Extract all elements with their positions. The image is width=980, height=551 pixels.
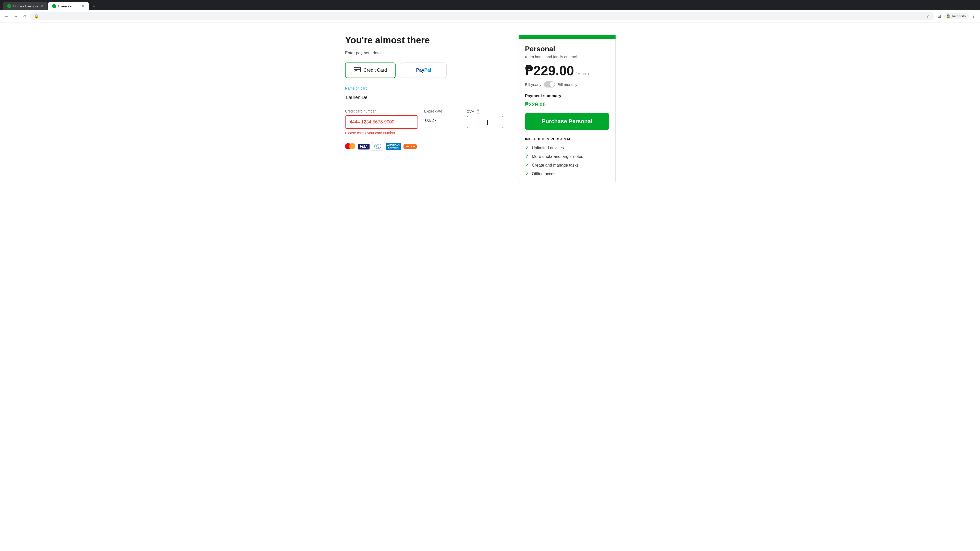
forward-button[interactable]: → [12, 13, 19, 20]
cvv-label-text: CVV [467, 110, 474, 114]
summary-amount: ₱229.00 [525, 101, 609, 108]
paypal-button[interactable]: PayPal [401, 62, 447, 78]
price-period: / MONTH [576, 72, 590, 76]
tab-close-1[interactable]: ✕ [40, 4, 43, 8]
tab-close-2[interactable]: ✕ [82, 4, 85, 8]
plan-card: Personal Keep home and family on track. … [519, 39, 616, 183]
tab-title-1: Home - Evernote [13, 4, 38, 8]
feature-item: ✓Create and manage tasks [525, 162, 609, 168]
plan-tagline: Keep home and family on track. [525, 55, 609, 59]
name-field-group: Name on card [345, 86, 503, 109]
page-content: You're almost there Enter payment detail… [337, 22, 643, 195]
evernote-favicon-1 [7, 4, 11, 8]
address-bar[interactable]: 🔒 evernote.com/billy/subscriptions?mode=… [30, 12, 934, 20]
expire-group: Expire date [424, 109, 461, 126]
incognito-icon: 🕵 [947, 14, 951, 18]
mastercard-logo [345, 143, 355, 150]
payment-summary: Payment summary ₱229.00 [525, 94, 609, 108]
incognito-badge[interactable]: 🕵 Incognito [943, 13, 969, 19]
card-number-group: Credit card number Please check your car… [345, 109, 418, 138]
bill-monthly-label: Bill monthly [558, 83, 577, 87]
tab-bar: Home - Evernote ✕ Evernote ✕ + [3, 2, 977, 10]
expire-input[interactable] [424, 115, 461, 126]
name-field-label: Name on card [345, 86, 503, 90]
payment-summary-title: Payment summary [525, 94, 609, 98]
card-fields-row: Credit card number Please check your car… [345, 109, 503, 138]
feature-text: More quota and larger notes [532, 154, 583, 159]
purchase-button[interactable]: Purchase Personal [525, 113, 609, 130]
back-button[interactable]: ← [3, 13, 10, 20]
billing-toggle: Bill yearly Bill monthly [525, 81, 609, 87]
card-logos: VISA AMERICANEXPRESS DISCOVER [345, 142, 503, 151]
page-subtitle: Enter payment details. [345, 51, 503, 56]
tab-title-2: Evernote [58, 4, 72, 8]
right-panel: Personal Keep home and family on track. … [519, 35, 616, 183]
tab-evernote[interactable]: Evernote ✕ [48, 2, 89, 10]
diners-logo [372, 142, 383, 151]
feature-item: ✓Unlimited devices [525, 145, 609, 151]
incognito-label: Incognito [952, 14, 966, 18]
billing-toggle-thumb [549, 82, 555, 87]
tab-home-evernote[interactable]: Home - Evernote ✕ [3, 2, 48, 10]
plan-name: Personal [525, 45, 609, 53]
evernote-favicon-2 [52, 4, 56, 8]
feature-item: ✓More quota and larger notes [525, 154, 609, 159]
cvv-group: CVV ? [467, 109, 503, 128]
url-input[interactable]: evernote.com/billy/subscriptions?mode=up… [41, 14, 924, 18]
amex-logo: AMERICANEXPRESS [386, 143, 401, 150]
card-number-error: Please check your card number. [345, 131, 418, 135]
cvv-label-group: CVV ? [467, 109, 503, 114]
name-input[interactable] [345, 92, 503, 103]
check-icon: ✓ [525, 162, 529, 168]
bill-yearly-label: Bill yearly [525, 83, 541, 87]
credit-card-label: Credit Card [363, 68, 387, 73]
check-icon: ✓ [525, 154, 529, 159]
cast-icon[interactable]: ⊡ [936, 12, 942, 20]
browser-chrome: Home - Evernote ✕ Evernote ✕ + [0, 0, 980, 10]
svg-rect-1 [354, 68, 361, 70]
reload-button[interactable]: ↻ [21, 13, 28, 20]
paypal-logo: PayPal [416, 68, 431, 73]
check-icon: ✓ [525, 145, 529, 151]
plan-price: ₱229.00 / MONTH [525, 64, 609, 77]
check-icon: ✓ [525, 171, 529, 177]
new-tab-button[interactable]: + [90, 3, 97, 10]
feature-text: Unlimited devices [532, 146, 564, 150]
browser-toolbar: ← → ↻ 🔒 evernote.com/billy/subscriptions… [0, 10, 980, 22]
discover-logo: DISCOVER [404, 144, 417, 149]
expire-label: Expire date [424, 109, 461, 113]
feature-list: ✓Unlimited devices✓More quota and larger… [525, 145, 609, 177]
payment-methods: Credit Card PayPal [345, 62, 503, 78]
menu-button[interactable]: ⋮ [970, 12, 977, 20]
svg-rect-2 [355, 70, 357, 71]
visa-logo: VISA [358, 144, 369, 149]
plan-header-bar [519, 35, 616, 39]
card-number-label: Credit card number [345, 109, 418, 113]
credit-card-button[interactable]: Credit Card [345, 62, 396, 78]
billing-toggle-track[interactable] [544, 81, 555, 87]
cvv-input[interactable] [471, 119, 487, 125]
feature-item: ✓Offline access [525, 171, 609, 177]
left-panel: You're almost there Enter payment detail… [345, 35, 503, 183]
lock-icon: 🔒 [34, 14, 39, 19]
cvv-input-wrapper[interactable] [467, 116, 503, 128]
card-number-input[interactable] [345, 115, 418, 129]
page-title: You're almost there [345, 35, 503, 46]
feature-text: Create and manage tasks [532, 163, 579, 168]
price-amount: ₱229.00 [525, 64, 574, 77]
cvv-help-icon[interactable]: ? [476, 109, 480, 114]
feature-text: Offline access [532, 171, 557, 176]
included-title: INCLUDED IN PERSONAL [525, 137, 609, 141]
star-icon[interactable]: ☆ [926, 14, 930, 19]
toolbar-icons: ⊡ 🕵 Incognito ⋮ [936, 12, 977, 20]
text-cursor [487, 120, 488, 125]
credit-card-icon [354, 67, 361, 73]
